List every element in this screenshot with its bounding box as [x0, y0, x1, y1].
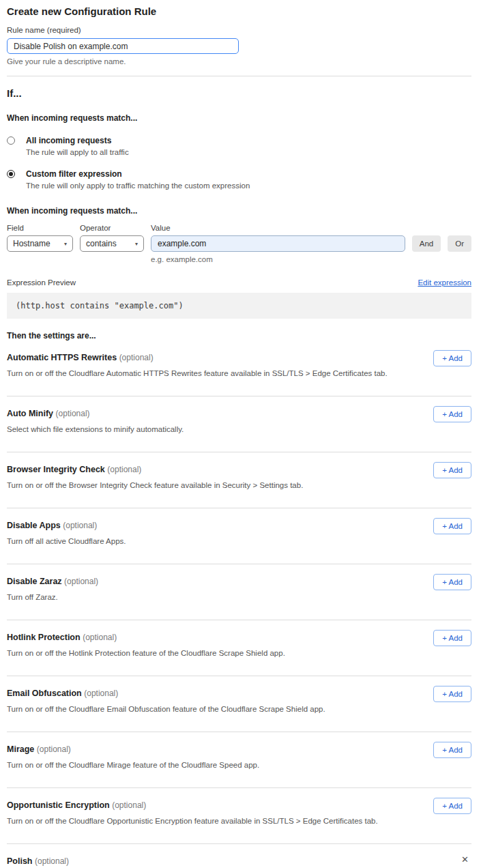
optional-tag: (optional) — [84, 689, 118, 698]
value-input[interactable] — [151, 235, 405, 252]
setting-description: Turn off Zaraz. — [7, 593, 471, 601]
radio-unselected-icon[interactable] — [7, 136, 15, 145]
setting-description: Turn on or off the Cloudflare Mirage fea… — [7, 761, 471, 769]
settings-list: Automatic HTTPS Rewrites (optional) Turn… — [7, 341, 471, 844]
value-label: Value — [151, 224, 405, 232]
setting-row-browser-integrity-check: Browser Integrity Check (optional) Turn … — [7, 452, 471, 508]
optional-tag: (optional) — [56, 409, 90, 418]
setting-title: Browser Integrity Check (optional) — [7, 465, 471, 474]
setting-description: Turn on or off the Cloudflare Email Obfu… — [7, 705, 471, 713]
if-heading: If... — [7, 87, 471, 99]
radio-option-label: Custom filter expression — [26, 169, 250, 179]
add-button[interactable]: + Add — [433, 798, 471, 814]
custom-filter-match-label: When incoming requests match... — [7, 206, 471, 216]
setting-description: Turn on or off the Hotlink Protection fe… — [7, 649, 471, 657]
section-divider — [7, 76, 471, 76]
radio-option-description: The rule will apply to all traffic — [26, 148, 129, 156]
optional-tag: (optional) — [119, 353, 154, 362]
radio-selected-icon[interactable] — [7, 170, 15, 178]
page-title: Create new Configuration Rule — [7, 5, 471, 17]
chevron-down-icon: ▾ — [135, 241, 138, 247]
add-button[interactable]: + Add — [433, 518, 471, 534]
setting-title: Auto Minify (optional) — [7, 409, 471, 418]
operator-column: Operator contains ▾ — [80, 224, 144, 252]
operator-label: Operator — [80, 224, 144, 232]
expression-preview-code: (http.host contains "example.com") — [7, 293, 471, 319]
expression-preview-label: Expression Preview — [7, 278, 76, 287]
or-button[interactable]: Or — [448, 235, 471, 252]
setting-row-automatic-https-rewrites: Automatic HTTPS Rewrites (optional) Turn… — [7, 341, 471, 396]
operator-select[interactable]: contains ▾ — [80, 235, 144, 252]
rule-name-helper: Give your rule a descriptive name. — [7, 57, 471, 66]
setting-row-opportunistic-encryption: Opportunistic Encryption (optional) Turn… — [7, 788, 471, 844]
value-helper: e.g. example.com — [151, 255, 405, 263]
radio-option-description: The rule will only apply to traffic matc… — [26, 182, 250, 190]
field-select[interactable]: Hostname ▾ — [7, 235, 73, 252]
radio-option-text: Custom filter expression The rule will o… — [26, 169, 250, 190]
setting-title: Mirage (optional) — [7, 744, 471, 754]
setting-title: Automatic HTTPS Rewrites (optional) — [7, 353, 471, 362]
setting-title: Hotlink Protection (optional) — [7, 633, 471, 642]
rule-name-block: Rule name (required) Give your rule a de… — [7, 26, 471, 66]
setting-title: Disable Zaraz (optional) — [7, 577, 471, 586]
chevron-down-icon: ▾ — [64, 241, 67, 247]
optional-tag: (optional) — [64, 577, 98, 586]
incoming-requests-match-label: When incoming requests match... — [7, 113, 471, 123]
setting-title: Opportunistic Encryption (optional) — [7, 800, 471, 810]
filter-expression-row: Field Hostname ▾ Operator contains ▾ Val… — [7, 224, 471, 263]
setting-description: Turn on or off the Cloudflare Opportunis… — [7, 817, 471, 825]
expression-preview-header: Expression Preview Edit expression — [7, 278, 471, 287]
setting-description: Turn on or off the Cloudflare Automatic … — [7, 369, 471, 377]
optional-tag: (optional) — [83, 633, 117, 642]
setting-row-mirage: Mirage (optional) Turn on or off the Clo… — [7, 732, 471, 788]
add-button[interactable]: + Add — [433, 350, 471, 366]
radio-option-label: All incoming requests — [26, 136, 129, 145]
field-label: Field — [7, 224, 73, 232]
then-settings-label: Then the settings are... — [7, 331, 471, 341]
field-column: Field Hostname ▾ — [7, 224, 73, 252]
radio-option-all-incoming-requests[interactable]: All incoming requests The rule will appl… — [7, 136, 471, 156]
optional-tag: (optional) — [112, 800, 146, 810]
add-button[interactable]: + Add — [433, 686, 471, 702]
rule-name-input[interactable] — [7, 38, 239, 54]
setting-description: Select which file extensions to minify a… — [7, 425, 471, 433]
setting-description: Turn on or off the Browser Integrity Che… — [7, 481, 471, 489]
add-button[interactable]: + Add — [433, 630, 471, 646]
add-button[interactable]: + Add — [433, 742, 471, 758]
add-button[interactable]: + Add — [433, 462, 471, 478]
radio-option-custom-filter-expression[interactable]: Custom filter expression The rule will o… — [7, 169, 471, 190]
setting-description: Turn off all active Cloudflare Apps. — [7, 537, 471, 545]
setting-row-auto-minify: Auto Minify (optional) Select which file… — [7, 396, 471, 452]
add-button[interactable]: + Add — [433, 406, 471, 422]
setting-title: Disable Apps (optional) — [7, 521, 471, 530]
optional-tag: (optional) — [63, 521, 97, 530]
rule-name-label: Rule name (required) — [7, 26, 471, 34]
optional-tag: (optional) — [35, 856, 69, 866]
close-icon[interactable]: ✕ — [461, 855, 469, 864]
setting-title: Polish (optional) — [7, 856, 471, 866]
add-button[interactable]: + Add — [433, 574, 471, 590]
setting-title: Email Obfuscation (optional) — [7, 689, 471, 698]
and-button[interactable]: And — [412, 235, 441, 252]
radio-option-text: All incoming requests The rule will appl… — [26, 136, 129, 156]
setting-row-email-obfuscation: Email Obfuscation (optional) Turn on or … — [7, 676, 471, 732]
setting-row-disable-apps: Disable Apps (optional) Turn off all act… — [7, 508, 471, 564]
configuration-rule-form: Create new Configuration Rule Rule name … — [0, 0, 481, 868]
setting-row-polish: Polish (optional) ✕ Change the settings … — [7, 844, 471, 868]
value-column: Value e.g. example.com — [151, 224, 405, 263]
optional-tag: (optional) — [37, 744, 71, 754]
operator-select-value: contains — [86, 239, 117, 248]
optional-tag: (optional) — [107, 465, 141, 474]
field-select-value: Hostname — [13, 239, 50, 248]
setting-row-hotlink-protection: Hotlink Protection (optional) Turn on or… — [7, 620, 471, 676]
setting-row-disable-zaraz: Disable Zaraz (optional) Turn off Zaraz.… — [7, 564, 471, 620]
edit-expression-link[interactable]: Edit expression — [418, 278, 471, 287]
